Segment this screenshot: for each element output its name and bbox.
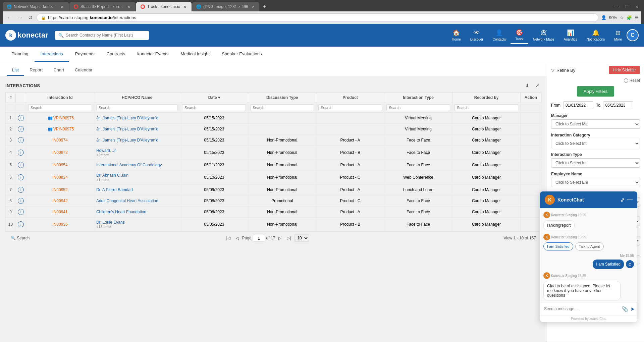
interaction-id-link[interactable]: IN00941 [52,210,67,214]
hcp-name-cell[interactable]: Jr., Jame's (Trip)-Luey D'Alleyran'd [94,124,180,135]
tab-konectar-events[interactable]: konectar Events [131,47,174,62]
new-tab-button[interactable]: + [260,3,269,10]
chat-send-icon[interactable]: ➤ [630,306,635,312]
manager-select[interactable]: Click to Select Ma [551,119,640,129]
logo[interactable]: k konectar [5,30,48,41]
nav-contacts[interactable]: 👤 Contacts [488,27,511,43]
search-recorded[interactable] [454,104,518,111]
prev-page-button[interactable]: ◁ [234,235,241,241]
interaction-id-link[interactable]: IN00942 [52,198,67,203]
tab-png[interactable]: 🌐 (PNG Image, 1281 × 496 pixels) ✕ [192,2,259,11]
interaction-id-link[interactable]: VPIN00975 [53,127,74,131]
hcp-name-cell[interactable]: Adult Congenital Heart Association [94,195,180,207]
nav-more[interactable]: ⊞ More [609,27,627,43]
interaction-type-select[interactable]: Click to Select Int [551,158,640,168]
first-page-button[interactable]: |◁ [224,235,232,241]
interaction-id-link[interactable]: IN00935 [52,222,67,227]
talk-to-agent-button[interactable]: Talk to Agent [575,242,604,250]
tab-payments[interactable]: Payments [69,47,101,62]
search-date[interactable] [182,104,246,111]
chat-minimize-icon[interactable]: — [627,197,633,203]
last-page-button[interactable]: ▷| [285,235,293,241]
hcp-name-cell[interactable]: Dr. Lorlie Evans +13more [94,218,180,231]
i-am-satisfied-button[interactable]: I am Satisfied [543,242,573,250]
search-interaction-type[interactable] [386,104,450,111]
search-discussion[interactable] [250,104,314,111]
forward-button[interactable]: → [16,14,24,21]
hcp-name-cell[interactable]: Dr. Abnash C Jain +1more [94,171,180,184]
extensions-icon[interactable]: 🧩 [627,15,632,20]
reset-radio[interactable]: Reset [551,78,640,83]
interaction-id-link[interactable]: IN00954 [52,163,67,167]
employee-name-select[interactable]: Click to Select Em [551,178,640,187]
info-icon[interactable]: i [18,221,24,227]
info-icon[interactable]: i [18,162,24,168]
user-avatar[interactable]: C [627,29,639,41]
export-button[interactable]: ⬇ [523,81,531,90]
close-button[interactable]: ✕ [633,4,641,10]
sub-tab-chart[interactable]: Chart [48,65,69,76]
col-date[interactable]: Date ▾ [180,93,248,103]
hcp-name-cell[interactable]: Dr. A Pierre Bamdad [94,184,180,195]
col-product[interactable]: Product [316,93,384,103]
sub-tab-list[interactable]: List [7,65,24,76]
interaction-id-link[interactable]: IN00972 [52,150,67,155]
chat-attach-icon[interactable]: 📎 [622,306,628,312]
tab-close-track[interactable]: ✕ [182,4,187,9]
interaction-id-link[interactable]: IN00974 [52,138,67,142]
expand-button[interactable]: ⤢ [533,81,541,90]
col-recorded-by[interactable]: Recorded by [452,93,521,103]
hcp-name-cell[interactable]: Jr., Jame's (Trip)-Luey D'Alleyran'd [94,113,180,124]
reset-radio-input[interactable] [624,78,628,83]
tab-speaker-evaluations[interactable]: Speaker Evaluations [216,47,268,62]
info-icon[interactable]: i [18,137,24,143]
to-date-input[interactable] [603,101,633,109]
interaction-id-link[interactable]: VPIN00976 [53,116,74,120]
nav-discover[interactable]: 👁 Discover [466,27,488,43]
info-icon[interactable]: i [18,209,24,215]
info-icon[interactable]: i [18,150,24,156]
page-size-select[interactable]: 10 25 50 [294,234,309,242]
chat-expand-icon[interactable]: ⤢ [620,197,625,203]
search-input[interactable] [66,33,146,38]
nav-analytics[interactable]: 📊 Analytics [559,27,582,43]
address-bar[interactable]: 🔒 https://cardio-staging.konectar.io/int… [37,13,598,22]
info-icon[interactable]: i [18,115,24,121]
chat-message-input[interactable] [543,305,620,312]
minimize-button[interactable]: — [611,4,621,10]
apply-filters-button[interactable]: Apply Filters [577,86,614,97]
sub-tab-calendar[interactable]: Calendar [69,65,98,76]
tab-close-static-report[interactable]: ✕ [126,4,131,9]
nav-network-maps[interactable]: 🕸 Network Maps [528,27,559,43]
hcp-name-cell[interactable]: Howard, Jr. +2more [94,146,180,160]
col-discussion-type[interactable]: Discussion Type [248,93,316,103]
nav-home[interactable]: 🏠 Home [447,27,466,43]
from-date-input[interactable] [563,101,593,109]
tab-close-network-maps[interactable]: ✕ [59,4,65,9]
back-button[interactable]: ← [5,14,13,21]
col-action[interactable]: Action [521,93,541,103]
account-icon[interactable]: 👤 [601,15,606,20]
info-icon[interactable]: i [18,187,24,193]
page-number-input[interactable] [253,235,265,242]
tab-track[interactable]: ⭕ Track - konectar.io ✕ [136,2,192,11]
header-search[interactable]: 🔍 [55,31,149,40]
col-interaction-type[interactable]: Interaction Type [384,93,452,103]
tab-network-maps[interactable]: 🌐 Network Maps - konectar.io ✕ [3,2,69,11]
tab-close-png[interactable]: ✕ [251,4,256,9]
info-icon[interactable]: i [18,174,24,180]
hide-sidebar-button[interactable]: Hide Sidebar [609,66,640,74]
search-product[interactable] [318,104,382,111]
reload-button[interactable]: ↺ [27,14,34,21]
col-hcp-name[interactable]: HCP/HCO Name [94,93,180,103]
tab-static-report[interactable]: ⭕ Static ID Report - konectar.io ✕ [69,2,136,11]
tab-planning[interactable]: Planning [5,47,35,62]
tab-medical-insight[interactable]: Medical Insight [174,47,216,62]
hcp-name-cell[interactable]: Children's Heart Foundation [94,207,180,218]
info-icon[interactable]: i [18,126,24,132]
nav-track[interactable]: 🎯 Track [511,27,528,44]
next-page-button[interactable]: ▷ [276,235,283,241]
interaction-category-select[interactable]: Click to Select Int [551,139,640,148]
interaction-id-link[interactable]: IN00834 [52,175,67,180]
tab-contracts[interactable]: Contracts [101,47,131,62]
